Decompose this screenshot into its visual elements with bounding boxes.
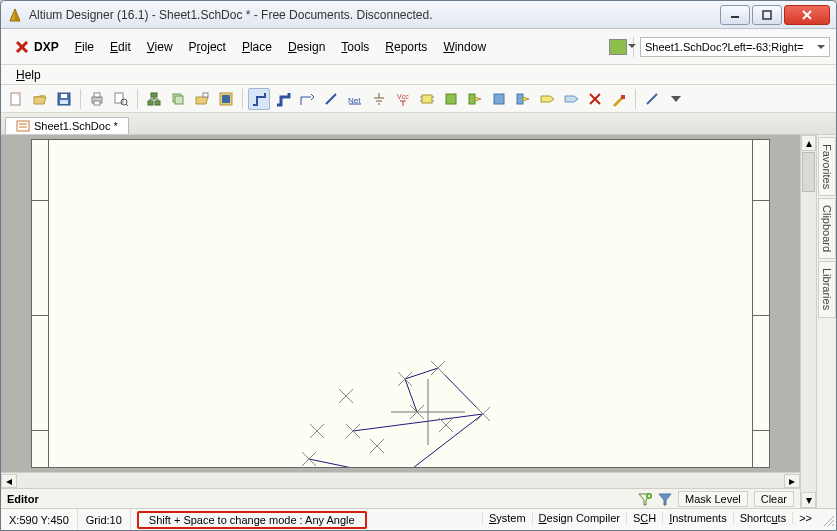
- wire-mode-button[interactable]: [248, 88, 270, 110]
- svg-marker-56: [613, 97, 623, 107]
- status-mode-hint: Shift + Space to change mode : Any Angle: [137, 511, 367, 529]
- vertical-scrollbar[interactable]: ▴ ▾: [800, 135, 816, 508]
- menu-file[interactable]: File: [68, 37, 101, 57]
- svg-text:Net: Net: [348, 96, 361, 105]
- new-button[interactable]: [5, 88, 27, 110]
- sheet-symbol-button[interactable]: [440, 88, 462, 110]
- menu-window[interactable]: Window: [436, 37, 493, 57]
- resize-grip[interactable]: [818, 512, 836, 528]
- svg-marker-48: [475, 97, 481, 101]
- print-button[interactable]: [86, 88, 108, 110]
- dxp-label: DXP: [34, 40, 59, 54]
- svg-line-31: [326, 94, 336, 104]
- svg-marker-59: [671, 96, 681, 102]
- print-preview-button[interactable]: [110, 88, 132, 110]
- device-sheet-button[interactable]: [488, 88, 510, 110]
- compile-button[interactable]: [215, 88, 237, 110]
- horizontal-scrollbar[interactable]: ◂ ▸: [1, 472, 800, 488]
- harness-connector-button[interactable]: [512, 88, 534, 110]
- svg-line-4: [803, 11, 811, 19]
- menu-tools[interactable]: Tools: [334, 37, 376, 57]
- sheet-location-dropdown[interactable]: Sheet1.SchDoc?Left=-63;Right=: [640, 37, 830, 57]
- stack-button[interactable]: [167, 88, 189, 110]
- panel-tab-clipboard[interactable]: Clipboard: [818, 198, 836, 259]
- edit-dropdown-button[interactable]: [665, 88, 687, 110]
- color-picker[interactable]: [609, 39, 627, 55]
- mask-level-button[interactable]: Mask Level: [678, 491, 748, 507]
- scroll-left-button[interactable]: ◂: [1, 474, 17, 488]
- scroll-thumb[interactable]: [802, 152, 815, 192]
- schematic-icon: [16, 120, 30, 132]
- status-grid: Grid:10: [78, 509, 131, 530]
- svg-rect-10: [58, 93, 70, 105]
- app-icon: [7, 7, 23, 23]
- window-title: Altium Designer (16.1) - Sheet1.SchDoc *…: [29, 8, 718, 22]
- scroll-down-button[interactable]: ▾: [801, 492, 816, 508]
- menu-view[interactable]: View: [140, 37, 180, 57]
- no-erc-button[interactable]: [584, 88, 606, 110]
- svg-marker-53: [565, 96, 578, 102]
- app-window: Altium Designer (16.1) - Sheet1.SchDoc *…: [0, 0, 837, 531]
- scroll-right-button[interactable]: ▸: [784, 474, 800, 488]
- panel-tab-favorites[interactable]: Favorites: [818, 137, 836, 196]
- open-button[interactable]: [29, 88, 51, 110]
- titlebar[interactable]: Altium Designer (16.1) - Sheet1.SchDoc *…: [1, 1, 836, 29]
- document-tabstrip: Sheet1.SchDoc *: [1, 113, 836, 135]
- filter-icon[interactable]: [658, 492, 672, 506]
- status-tab-shortcuts[interactable]: Shortcuts: [733, 512, 792, 524]
- annotation-button[interactable]: [608, 88, 630, 110]
- svg-marker-100: [659, 494, 671, 505]
- editor-tab[interactable]: Editor: [7, 493, 39, 505]
- toolbar: Net Vcc: [1, 85, 836, 113]
- minimize-button[interactable]: [720, 5, 750, 25]
- schematic-sheet[interactable]: 任意角度模式： 可画任意角度的线: [31, 139, 770, 468]
- status-tab-sch[interactable]: SCH: [626, 512, 662, 524]
- port-alt-button[interactable]: [560, 88, 582, 110]
- maximize-button[interactable]: [752, 5, 782, 25]
- signal-harness-button[interactable]: [296, 88, 318, 110]
- menu-project[interactable]: Project: [182, 37, 233, 57]
- menu-edit[interactable]: Edit: [103, 37, 138, 57]
- gnd-button[interactable]: [368, 88, 390, 110]
- funnel-icon[interactable]: [638, 492, 652, 506]
- status-tab-design-compiler[interactable]: Design Compiler: [532, 512, 626, 524]
- vcc-button[interactable]: Vcc: [392, 88, 414, 110]
- clear-button[interactable]: Clear: [754, 491, 794, 507]
- document-tab-active[interactable]: Sheet1.SchDoc *: [5, 117, 129, 134]
- bus-entry-button[interactable]: [320, 88, 342, 110]
- svg-line-69: [400, 414, 483, 467]
- save-button[interactable]: [53, 88, 75, 110]
- menu-help[interactable]: Help: [9, 67, 48, 83]
- port-button[interactable]: [536, 88, 558, 110]
- open-project-button[interactable]: [191, 88, 213, 110]
- menu-reports[interactable]: Reports: [378, 37, 434, 57]
- close-button[interactable]: [784, 5, 830, 25]
- svg-rect-27: [175, 96, 183, 104]
- svg-line-54: [590, 94, 600, 104]
- menu-place[interactable]: Place: [235, 37, 279, 57]
- svg-line-18: [126, 104, 128, 106]
- part-button[interactable]: [416, 88, 438, 110]
- sheet-entry-button[interactable]: [464, 88, 486, 110]
- schematic-drawing: [32, 140, 769, 467]
- svg-rect-28: [203, 93, 208, 97]
- menu-design[interactable]: Design: [281, 37, 332, 57]
- bus-button[interactable]: [272, 88, 294, 110]
- svg-line-103: [832, 524, 834, 526]
- hierarchy-button[interactable]: [143, 88, 165, 110]
- dxp-menu[interactable]: DXP: [7, 36, 66, 58]
- status-overflow-button[interactable]: >>: [792, 512, 818, 524]
- svg-rect-50: [517, 94, 523, 104]
- menubar-row2: Help: [1, 65, 836, 85]
- scroll-up-button[interactable]: ▴: [801, 135, 816, 151]
- svg-line-58: [647, 94, 657, 104]
- netlabel-button[interactable]: Net: [344, 88, 366, 110]
- status-tab-system[interactable]: System: [482, 512, 532, 524]
- draw-line-button[interactable]: [641, 88, 663, 110]
- panel-tab-libraries[interactable]: Libraries: [818, 261, 836, 317]
- svg-rect-30: [222, 95, 230, 103]
- canvas-area[interactable]: 任意角度模式： 可画任意角度的线: [1, 135, 800, 472]
- svg-line-55: [590, 94, 600, 104]
- status-tab-instruments[interactable]: Instruments: [662, 512, 732, 524]
- svg-line-5: [803, 11, 811, 19]
